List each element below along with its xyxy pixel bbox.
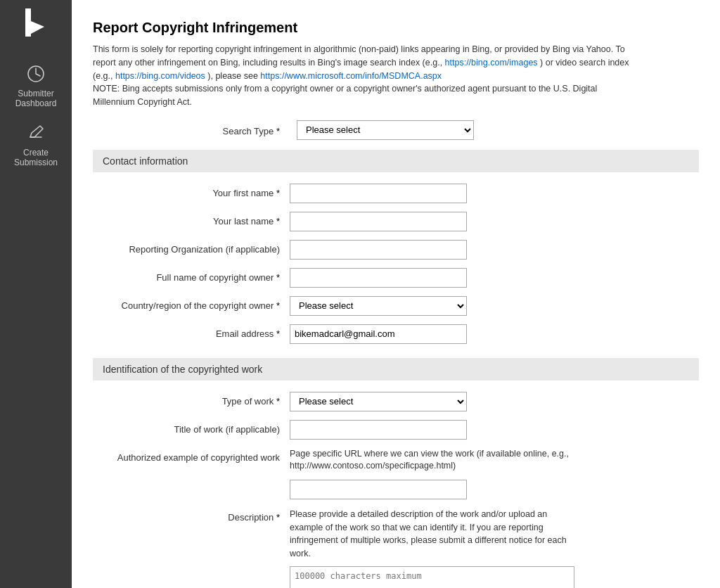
work-type-field: Please select [290, 392, 641, 411]
intro-text: This form is solely for reporting copyri… [93, 43, 641, 109]
org-field [290, 240, 641, 260]
email-input[interactable] [290, 324, 467, 344]
work-type-label: Type of work * [93, 392, 290, 408]
sidebar-item-create-submission[interactable]: Create Submission [0, 115, 72, 174]
authorized-url-input[interactable] [290, 480, 467, 499]
description-hint: Please provide a detailed description of… [290, 508, 574, 561]
org-label: Reporting Organization (if applicable) [93, 240, 290, 256]
authorized-hint: Page specific URL where we can view the … [290, 448, 641, 473]
form-row-description: Description * Please provide a detailed … [93, 504, 699, 588]
work-title-label: Title of work (if applicable) [93, 420, 290, 436]
search-type-label: Search Type * [93, 122, 290, 138]
work-title-field [290, 420, 641, 440]
contact-section-body: Your first name * Your last name * Repor… [93, 179, 699, 348]
search-type-field: Please select [297, 120, 648, 140]
copyright-owner-input[interactable] [290, 268, 467, 288]
form-row-last-name: Your last name * [93, 207, 699, 236]
last-name-label: Your last name * [93, 212, 290, 228]
sidebar-item-submitter-dashboard[interactable]: Submitter Dashboard [0, 56, 72, 115]
form-row-authorized-example: Authorized example of copyrighted work P… [93, 444, 699, 504]
country-select[interactable]: Please select [290, 296, 467, 316]
search-type-row: Search Type * Please select [93, 120, 699, 140]
form-row-country: Country/region of the copyright owner * … [93, 292, 699, 320]
form-row-org: Reporting Organization (if applicable) [93, 236, 699, 264]
first-name-label: Your first name * [93, 184, 290, 200]
description-textarea[interactable] [290, 566, 574, 588]
msdmca-link[interactable]: https://www.microsoft.com/info/MSDMCA.as… [260, 71, 442, 81]
copyright-owner-field [290, 268, 641, 288]
email-field [290, 324, 641, 344]
description-label: Description * [93, 508, 290, 524]
country-field: Please select [290, 296, 641, 316]
authorized-example-field: Page specific URL where we can view the … [290, 448, 641, 499]
org-input[interactable] [290, 240, 467, 260]
page-title: Report Copyright Infringement [93, 20, 699, 36]
dashboard-icon [25, 63, 46, 84]
form-row-work-title: Title of work (if applicable) [93, 416, 699, 444]
last-name-input[interactable] [290, 212, 467, 231]
form-row-copyright-owner: Full name of copyright owner * [93, 264, 699, 292]
sidebar: Submitter Dashboard Create Submission [0, 0, 72, 588]
description-field: Please provide a detailed description of… [290, 508, 641, 588]
form-row-email: Email address * [93, 320, 699, 348]
first-name-field [290, 184, 641, 203]
authorized-example-label: Authorized example of copyrighted work [93, 448, 290, 464]
sidebar-item-label-dashboard: Submitter Dashboard [6, 89, 66, 108]
work-title-input[interactable] [290, 420, 467, 440]
svg-rect-0 [25, 8, 31, 37]
work-section-header: Identification of the copyrighted work [93, 358, 699, 381]
first-name-input[interactable] [290, 184, 467, 203]
edit-icon [25, 122, 46, 143]
work-section-body: Type of work * Please select Title of wo… [93, 388, 699, 588]
videos-link[interactable]: https://bing.com/videos [115, 71, 205, 81]
search-type-select[interactable]: Please select [297, 120, 474, 140]
contact-section-header: Contact information [93, 150, 699, 172]
sidebar-item-label-create-submission: Create Submission [6, 148, 66, 167]
bing-logo [18, 7, 53, 42]
country-label: Country/region of the copyright owner * [93, 296, 290, 312]
main-content: Report Copyright Infringement This form … [72, 0, 720, 588]
last-name-field [290, 212, 641, 231]
email-label: Email address * [93, 324, 290, 340]
form-row-work-type: Type of work * Please select [93, 388, 699, 416]
images-link[interactable]: https://bing.com/images [445, 58, 538, 68]
form-row-first-name: Your first name * [93, 179, 699, 207]
work-type-select[interactable]: Please select [290, 392, 467, 411]
copyright-owner-label: Full name of copyright owner * [93, 268, 290, 284]
